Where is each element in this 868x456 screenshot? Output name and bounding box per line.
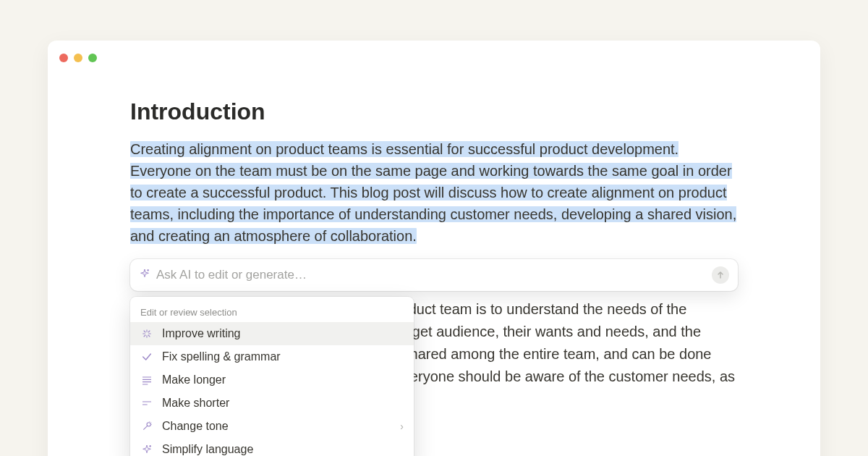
microphone-icon [140, 421, 153, 432]
menu-item-make-longer[interactable]: Make longer [130, 368, 414, 392]
menu-item-improve-writing[interactable]: Improve writing [130, 322, 414, 345]
chevron-right-icon: › [400, 421, 404, 432]
window-zoom-icon[interactable] [88, 54, 97, 62]
ai-prompt-bar[interactable] [130, 259, 738, 291]
app-window: Introduction Creating alignment on produ… [48, 41, 820, 456]
window-close-icon[interactable] [59, 54, 68, 62]
svg-point-6 [147, 423, 150, 426]
selected-text: Creating alignment on product teams is e… [130, 141, 736, 244]
page-title: Introduction [130, 98, 738, 125]
ai-prompt-input[interactable] [156, 268, 712, 282]
menu-item-label: Fix spelling & grammar [162, 350, 281, 363]
menu-item-label: Improve writing [162, 327, 240, 340]
window-minimize-icon[interactable] [74, 54, 82, 62]
menu-item-simplify-language[interactable]: Simplify language [130, 438, 414, 456]
window-titlebar [48, 41, 820, 65]
intro-paragraph[interactable]: Creating alignment on product teams is e… [130, 138, 738, 247]
menu-item-label: Make shorter [162, 397, 229, 410]
menu-item-label: Simplify language [162, 443, 253, 456]
ai-actions-menu: Edit or review selection Improve writing… [130, 297, 414, 456]
menu-item-label: Change tone [162, 420, 229, 433]
wand-icon [140, 328, 153, 339]
sparkle-icon [139, 268, 150, 282]
menu-item-make-shorter[interactable]: Make shorter [130, 392, 414, 415]
lines-long-icon [140, 374, 153, 386]
menu-item-label: Make longer [162, 373, 226, 387]
check-icon [140, 351, 153, 363]
menu-item-change-tone[interactable]: Change tone › [130, 415, 414, 438]
menu-section-label: Edit or review selection [130, 301, 414, 322]
menu-item-fix-spelling[interactable]: Fix spelling & grammar [130, 345, 414, 368]
sparkle-icon [140, 444, 153, 455]
document-content: Introduction Creating alignment on produ… [48, 65, 820, 410]
submit-button[interactable] [712, 266, 729, 284]
lines-short-icon [140, 397, 153, 409]
